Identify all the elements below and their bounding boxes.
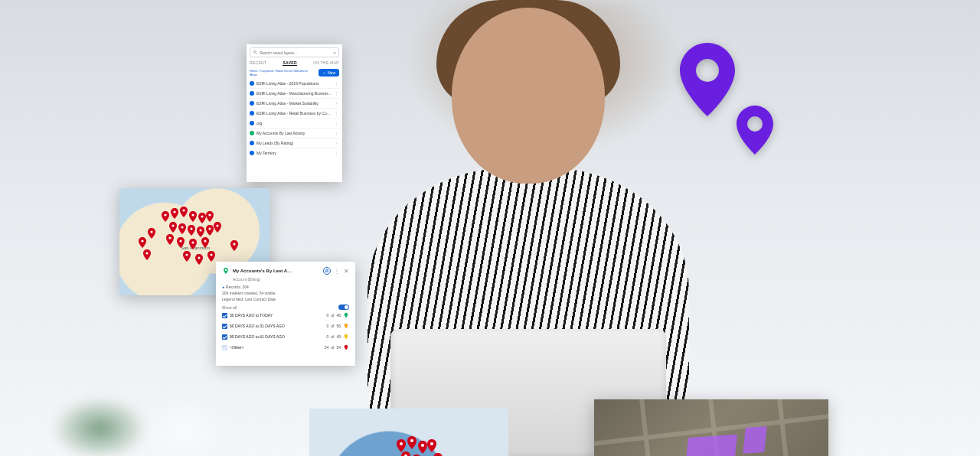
svg-point-24 bbox=[233, 243, 235, 245]
layer-icon bbox=[250, 81, 254, 86]
svg-point-18 bbox=[150, 230, 152, 233]
pin-icon bbox=[343, 333, 349, 340]
more-icon[interactable]: ⋮ bbox=[335, 141, 339, 145]
map-thumbnail-satellite-buildings bbox=[594, 399, 828, 456]
more-icon[interactable]: ⋮ bbox=[335, 101, 339, 106]
svg-point-12 bbox=[208, 227, 211, 230]
pin-icon bbox=[250, 131, 254, 135]
svg-point-0 bbox=[253, 50, 256, 53]
pin-icon bbox=[343, 322, 349, 330]
legend-subtitle: Account (Billing) bbox=[222, 277, 349, 282]
search-icon bbox=[253, 50, 257, 55]
search-field[interactable]: ✕ bbox=[250, 47, 339, 57]
svg-point-2 bbox=[164, 213, 166, 216]
plus-icon: ＋ bbox=[322, 70, 326, 75]
layer-icon bbox=[250, 151, 254, 155]
more-icon[interactable]: ⋮ bbox=[334, 268, 341, 275]
legend-row[interactable]: 60 DAYS AGO to 31 DAYS AGO 0of56 bbox=[222, 321, 349, 331]
saved-layers-panel: ✕ RECENT SAVED ON THE MAP Home / Corpora… bbox=[247, 44, 342, 182]
svg-point-22 bbox=[198, 256, 200, 259]
new-button-label: New bbox=[328, 70, 335, 75]
more-icon[interactable]: ⋮ bbox=[335, 111, 339, 116]
svg-point-14 bbox=[168, 236, 171, 239]
layer-icon bbox=[250, 111, 254, 116]
map-thumbnail-sf-territory: San Francisco bbox=[309, 409, 508, 456]
more-icon[interactable]: ⋮ bbox=[335, 151, 339, 155]
layer-row[interactable]: ESRI Living Atlas - Manufacturing Busine… bbox=[250, 88, 339, 98]
person-photo-placeholder bbox=[337, 0, 720, 456]
layer-icon bbox=[250, 101, 254, 106]
layer-row[interactable]: My Territory⋮ bbox=[250, 148, 339, 158]
records-count: Records: 204 bbox=[222, 285, 249, 289]
tab-recent[interactable]: RECENT bbox=[250, 60, 266, 66]
legend-row[interactable]: 90 DAYS AGO to 61 DAYS AGO 0of49 bbox=[222, 331, 349, 342]
svg-point-5 bbox=[191, 213, 194, 216]
legend-row[interactable]: 30 DAYS AGO to TODAY 0of46 bbox=[222, 310, 349, 321]
svg-point-19 bbox=[141, 239, 143, 242]
svg-point-23 bbox=[210, 253, 212, 256]
svg-point-21 bbox=[185, 253, 188, 256]
svg-point-20 bbox=[145, 252, 148, 254]
layer-row[interactable]: ESRI Living Atlas - Market Suitability⋮ bbox=[250, 98, 339, 108]
svg-point-26 bbox=[410, 439, 413, 442]
recenter-icon[interactable] bbox=[323, 267, 331, 275]
layer-row[interactable]: My Leads (By Rating)⋮ bbox=[250, 138, 339, 148]
checkbox[interactable] bbox=[222, 313, 227, 318]
layer-row[interactable]: ESRI Living Atlas - 2019 Populations⋮ bbox=[250, 79, 339, 88]
svg-point-15 bbox=[179, 239, 181, 242]
more-icon[interactable]: ⋮ bbox=[335, 131, 339, 135]
svg-line-1 bbox=[256, 53, 257, 54]
layer-icon bbox=[250, 91, 254, 96]
svg-line-46 bbox=[640, 399, 671, 456]
show-all-label: Show all bbox=[222, 305, 237, 310]
svg-point-17 bbox=[204, 239, 206, 242]
marker-legend-panel: My Accounts's By Last A… ⋮ ✕ Account (Bi… bbox=[216, 262, 355, 366]
legend-title: My Accounts's By Last A… bbox=[233, 269, 320, 273]
more-icon[interactable]: ⋮ bbox=[335, 91, 339, 96]
checkbox[interactable] bbox=[222, 345, 227, 350]
layer-row[interactable]: My Accounts By Last Activity⋮ bbox=[250, 128, 339, 138]
svg-point-25 bbox=[400, 442, 403, 445]
show-all-toggle[interactable] bbox=[338, 305, 349, 310]
legend-row[interactable]: <Other> 54of54 bbox=[222, 342, 349, 353]
svg-point-9 bbox=[181, 226, 183, 228]
layer-icon bbox=[250, 121, 254, 125]
svg-point-7 bbox=[208, 213, 211, 216]
svg-point-11 bbox=[199, 229, 201, 231]
location-pin-icon bbox=[737, 106, 773, 155]
clear-icon[interactable]: ✕ bbox=[333, 50, 336, 55]
location-pin-icon bbox=[680, 43, 735, 116]
svg-line-48 bbox=[778, 399, 808, 456]
markers-visible: 204 markers created, 54 visible. bbox=[222, 291, 349, 295]
svg-point-13 bbox=[216, 224, 218, 226]
checkbox[interactable] bbox=[222, 334, 227, 340]
svg-point-3 bbox=[173, 210, 175, 213]
close-icon[interactable]: ✕ bbox=[344, 268, 349, 275]
tab-saved[interactable]: SAVED bbox=[283, 60, 296, 66]
tab-on-map[interactable]: ON THE MAP bbox=[313, 60, 339, 66]
svg-point-10 bbox=[190, 227, 192, 230]
pin-icon bbox=[343, 311, 349, 319]
svg-point-27 bbox=[421, 444, 424, 447]
more-icon[interactable]: ⋮ bbox=[335, 121, 339, 125]
pin-cluster bbox=[309, 409, 508, 456]
hero-collage: ✕ RECENT SAVED ON THE MAP Home / Corpora… bbox=[0, 0, 980, 456]
layer-row[interactable]: org⋮ bbox=[250, 118, 339, 128]
breadcrumb[interactable]: Home / Corporate / Base Demo Salesforce … bbox=[250, 69, 315, 77]
layer-row[interactable]: ESRI Living Atlas - Retail Business by C… bbox=[250, 108, 339, 118]
svg-point-16 bbox=[191, 241, 194, 243]
search-input[interactable] bbox=[260, 50, 331, 55]
svg-point-8 bbox=[172, 224, 174, 226]
more-icon[interactable]: ⋮ bbox=[335, 81, 339, 86]
svg-point-28 bbox=[430, 442, 433, 445]
layer-icon bbox=[250, 141, 254, 145]
legend-field: Legend field: Last Contact Date bbox=[222, 297, 349, 301]
svg-point-6 bbox=[201, 215, 203, 217]
layer-list: ESRI Living Atlas - 2019 Populations⋮ ES… bbox=[250, 79, 339, 158]
pin-icon bbox=[222, 266, 230, 275]
pin-icon bbox=[343, 344, 349, 351]
svg-point-4 bbox=[182, 209, 185, 211]
new-button[interactable]: ＋ New bbox=[318, 69, 339, 77]
checkbox[interactable] bbox=[222, 324, 227, 329]
